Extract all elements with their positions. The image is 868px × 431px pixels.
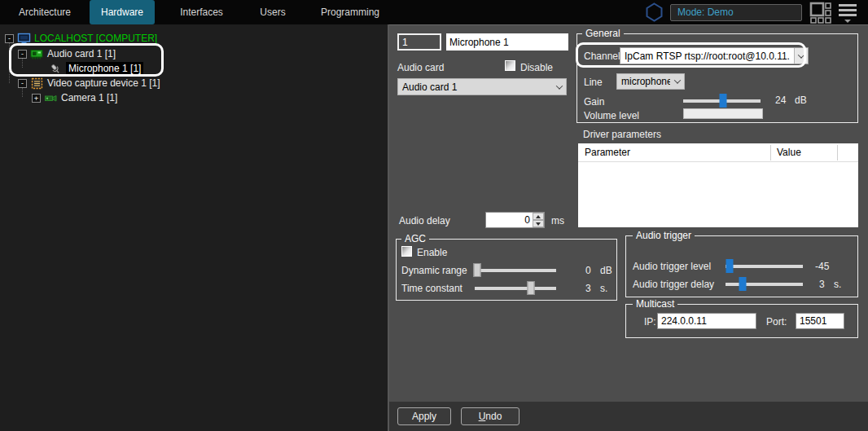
general-group-title: General — [582, 28, 624, 39]
tree-item-video-capture[interactable]: - Video capture device 1 [1] — [18, 76, 160, 90]
audio-trigger-level-slider[interactable] — [726, 265, 803, 268]
tree-connector — [9, 41, 10, 83]
chevron-down-icon — [552, 79, 566, 95]
tab-label: Architecture — [19, 7, 71, 18]
top-menu-bar: Architecture Hardware Interfaces Users P… — [0, 0, 868, 24]
multicast-group-title: Multicast — [633, 298, 677, 310]
audio-trigger-delay-label: Audio trigger delay — [633, 279, 714, 290]
microphone-icon — [49, 63, 63, 75]
time-constant-value: 3 — [585, 283, 591, 294]
audio-delay-value: 0 — [486, 213, 533, 227]
time-constant-slider-thumb[interactable] — [528, 281, 535, 295]
audio-card-label: Audio card — [397, 62, 444, 73]
line-label: Line — [584, 77, 603, 88]
audio-card-select[interactable]: Audio card 1 — [397, 78, 567, 95]
tab-programming[interactable]: Programming — [297, 0, 403, 24]
tab-label: Users — [260, 7, 285, 18]
undo-button[interactable]: Undo — [461, 407, 519, 425]
time-constant-label: Time constant — [401, 283, 462, 294]
driver-parameters-label: Driver parameters — [583, 129, 661, 140]
chevron-down-icon — [794, 48, 808, 64]
tab-users[interactable]: Users — [248, 0, 297, 24]
tree-item-label: Microphone 1 [1] — [66, 62, 143, 75]
tree-item-audio-card[interactable]: - Audio card 1 [1] — [18, 46, 116, 61]
channel-select[interactable]: IpCam RTSP rtsp://root:root@10.0.11. — [620, 47, 809, 64]
hamburger-menu-icon[interactable] — [839, 2, 857, 23]
audio-trigger-group: Audio trigger Audio trigger level -45 Au… — [625, 235, 858, 297]
disable-checkbox[interactable] — [505, 60, 515, 71]
tab-interfaces[interactable]: Interfaces — [155, 0, 248, 24]
tab-hardware[interactable]: Hardware — [90, 0, 155, 24]
spin-up-icon[interactable] — [533, 213, 544, 220]
tree-item-label: Camera 1 [1] — [61, 92, 117, 103]
tab-label: Interfaces — [180, 7, 223, 18]
audio-trigger-group-title: Audio trigger — [633, 230, 695, 241]
dynamic-range-value: 0 — [585, 265, 591, 276]
topbar-right-controls — [646, 0, 868, 24]
column-value: Value — [777, 147, 801, 158]
spin-down-icon[interactable] — [533, 220, 544, 227]
hardware-tree-panel: - LOCALHOST [COMPUTER] - — [0, 24, 389, 431]
audio-trigger-delay-slider[interactable] — [726, 283, 803, 286]
object-id-field[interactable] — [397, 33, 441, 51]
multicast-port-field[interactable] — [796, 313, 844, 329]
apply-button[interactable]: Apply — [397, 407, 451, 425]
audio-trigger-delay-thumb[interactable] — [739, 277, 746, 291]
gain-label: Gain — [584, 96, 604, 108]
column-divider[interactable] — [837, 145, 838, 161]
multicast-ip-label: IP: — [644, 316, 656, 328]
agc-group: AGC Enable Dynamic range 0 dB Time const… — [396, 239, 617, 301]
tree-expander[interactable]: - — [18, 50, 27, 59]
tab-architecture[interactable]: Architecture — [0, 0, 90, 24]
dynamic-range-slider[interactable] — [475, 269, 556, 272]
object-name-field[interactable] — [446, 33, 568, 51]
audio-delay-spinner[interactable]: 0 — [485, 212, 545, 228]
audio-trigger-delay-unit: s. — [834, 279, 841, 290]
tree-expander[interactable]: - — [5, 34, 14, 43]
disable-label: Disable — [520, 62, 553, 73]
agc-group-title: AGC — [401, 233, 429, 244]
tree-item-microphone[interactable]: Microphone 1 [1] — [49, 61, 143, 76]
multicast-ip-field[interactable] — [657, 313, 756, 329]
audio-delay-label: Audio delay — [399, 215, 450, 226]
undo-button-accel: U — [479, 411, 486, 422]
line-select[interactable]: microphone — [616, 73, 685, 90]
tree-item-localhost[interactable]: - LOCALHOST [COMPUTER] — [5, 31, 157, 46]
audio-card-select-value: Audio card 1 — [398, 81, 552, 93]
tree-item-label: Video capture device 1 [1] — [47, 77, 160, 89]
agc-enable-checkbox[interactable] — [401, 246, 412, 257]
hexagon-logo-icon — [646, 2, 663, 22]
audio-trigger-level-value: -45 — [815, 261, 829, 272]
mode-field[interactable] — [670, 4, 802, 21]
chevron-down-icon — [670, 74, 684, 89]
time-constant-slider[interactable] — [475, 287, 556, 290]
tree-item-label: Audio card 1 [1] — [47, 48, 116, 59]
tab-label: Programming — [321, 7, 379, 18]
general-group: General Channel IpCam RTSP rtsp://root:r… — [576, 33, 858, 123]
audio-trigger-level-label: Audio trigger level — [633, 261, 711, 272]
audio-card-icon — [30, 48, 44, 60]
driver-parameters-table[interactable]: Parameter Value — [578, 143, 858, 227]
audio-trigger-delay-value: 3 — [819, 279, 825, 290]
tree-item-label: LOCALHOST [COMPUTER] — [34, 33, 157, 44]
footer-bar: Apply Undo — [389, 402, 868, 431]
layout-grid-icon[interactable] — [809, 2, 831, 24]
video-capture-icon — [30, 77, 44, 90]
gain-slider-thumb[interactable] — [720, 94, 727, 108]
tree-expander[interactable]: - — [18, 79, 27, 88]
tab-label: Hardware — [101, 7, 143, 18]
gain-value: 24 — [775, 95, 786, 106]
volume-level-bar — [683, 108, 763, 119]
gain-slider[interactable] — [683, 99, 761, 103]
column-divider[interactable] — [770, 145, 771, 161]
dynamic-range-slider-thumb[interactable] — [474, 263, 481, 277]
dynamic-range-unit: dB — [600, 265, 612, 276]
tree-item-camera[interactable]: + Camera 1 [1] — [32, 90, 117, 105]
agc-enable-label: Enable — [417, 247, 447, 258]
tree-expander[interactable]: + — [32, 94, 41, 103]
audio-trigger-level-thumb[interactable] — [726, 259, 733, 273]
gain-unit: dB — [795, 95, 807, 106]
channel-select-value: IpCam RTSP rtsp://root:root@10.0.11. — [620, 51, 794, 62]
spinner-buttons — [533, 213, 544, 227]
app-window: Architecture Hardware Interfaces Users P… — [0, 0, 868, 431]
